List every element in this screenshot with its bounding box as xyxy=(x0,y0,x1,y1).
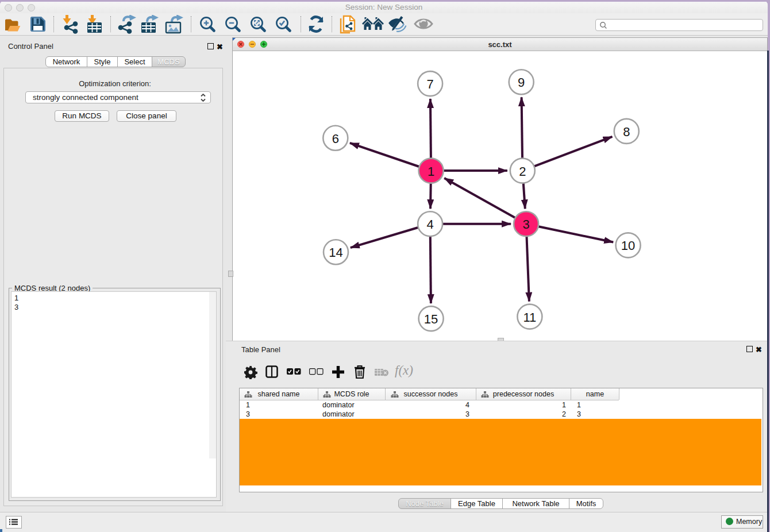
svg-text:7: 7 xyxy=(426,77,433,91)
svg-text:9: 9 xyxy=(518,75,525,90)
svg-text:6: 6 xyxy=(332,132,339,146)
svg-text:11: 11 xyxy=(523,310,536,325)
svg-text:15: 15 xyxy=(424,312,438,326)
svg-text:8: 8 xyxy=(623,125,630,139)
svg-text:1: 1 xyxy=(428,164,434,179)
svg-text:14: 14 xyxy=(329,245,342,260)
svg-text:2: 2 xyxy=(519,164,526,179)
svg-text:3: 3 xyxy=(522,217,529,232)
svg-text:10: 10 xyxy=(621,238,635,253)
svg-text:4: 4 xyxy=(426,217,433,232)
